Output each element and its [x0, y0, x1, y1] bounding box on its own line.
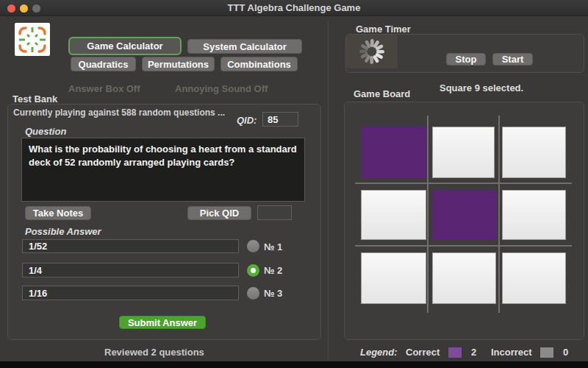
- pick-qid-button[interactable]: Pick QID: [187, 206, 251, 220]
- timer-spinner-well: [346, 35, 398, 68]
- permutations-button[interactable]: Permutations: [142, 57, 215, 71]
- answer-radio-label-1: № 1: [264, 241, 282, 252]
- legend-correct-label: Correct: [406, 347, 440, 358]
- board-horizontal-line-2: [355, 245, 572, 247]
- quadratics-button[interactable]: Quadratics: [71, 57, 136, 71]
- square-selected-status: Square 9 selected.: [440, 82, 523, 93]
- submit-answer-button[interactable]: Submit Answer: [119, 316, 206, 329]
- activity-spinner-icon: [357, 37, 387, 66]
- app-logo: [15, 23, 50, 56]
- legend-incorrect-count: 0: [563, 347, 568, 358]
- annoying-sound-toggle[interactable]: Annoying Sound Off: [175, 83, 268, 94]
- board-vertical-line-1: [427, 116, 429, 313]
- legend-correct-count: 2: [471, 347, 476, 358]
- qid-field[interactable]: 85: [262, 112, 298, 127]
- legend-incorrect-label: Incorrect: [491, 347, 532, 358]
- combinations-button[interactable]: Combinations: [220, 57, 298, 71]
- board-square-9[interactable]: [502, 252, 566, 304]
- answer-radio-label-3: № 3: [264, 288, 282, 299]
- answer-radio-3[interactable]: [247, 287, 259, 300]
- game-timer-label: Game Timer: [356, 24, 411, 35]
- answer-radio-label-2: № 2: [264, 265, 282, 276]
- board-square-4[interactable]: [361, 190, 426, 240]
- answer-radio-2[interactable]: [247, 264, 259, 277]
- board-vertical-line-2: [498, 116, 500, 313]
- question-label: Question: [25, 126, 66, 137]
- qid-label: QID:: [237, 115, 257, 126]
- legend-correct-swatch: [448, 347, 462, 358]
- system-calculator-button[interactable]: System Calculator: [187, 39, 302, 54]
- answer-field-1[interactable]: 1/52: [22, 239, 239, 253]
- board-horizontal-line-1: [355, 183, 572, 184]
- board-square-6[interactable]: [502, 190, 566, 240]
- game-board-label: Game Board: [354, 88, 410, 99]
- reviewed-status: Reviewed 2 questions: [104, 347, 204, 358]
- crosshair-logo-icon: [17, 25, 48, 54]
- test-bank-label: Test Bank: [12, 93, 57, 105]
- board-square-5[interactable]: [432, 190, 496, 240]
- board-square-7[interactable]: [361, 252, 426, 304]
- timer-stop-button[interactable]: Stop: [446, 53, 486, 66]
- legend-label: Legend:: [360, 347, 398, 358]
- answer-field-3[interactable]: 1/16: [22, 286, 239, 300]
- take-notes-button[interactable]: Take Notes: [25, 206, 91, 220]
- pick-qid-field[interactable]: [257, 205, 292, 220]
- game-calculator-button[interactable]: Game Calculator: [68, 37, 182, 55]
- answer-box-toggle[interactable]: Answer Box Off: [68, 83, 140, 94]
- answer-field-2[interactable]: 1/4: [22, 263, 239, 277]
- possible-answer-label: Possible Answer: [25, 226, 101, 237]
- board-square-3[interactable]: [502, 127, 566, 178]
- answer-radio-1[interactable]: [247, 240, 259, 252]
- window-bottom-edge: [0, 361, 588, 368]
- question-text-box[interactable]: What is the probability of choosing a he…: [21, 138, 305, 202]
- legend-incorrect-swatch: [540, 347, 553, 358]
- timer-start-button[interactable]: Start: [492, 53, 533, 66]
- board-square-1[interactable]: [361, 127, 426, 178]
- board-square-2[interactable]: [432, 127, 495, 178]
- board-square-8[interactable]: [432, 252, 496, 304]
- window-title: TTT Algebra Challenge Game: [0, 2, 588, 13]
- test-bank-status: Currently playing against 588 random que…: [13, 107, 225, 118]
- title-bar: TTT Algebra Challenge Game: [0, 0, 588, 16]
- panel-divider: [328, 21, 329, 359]
